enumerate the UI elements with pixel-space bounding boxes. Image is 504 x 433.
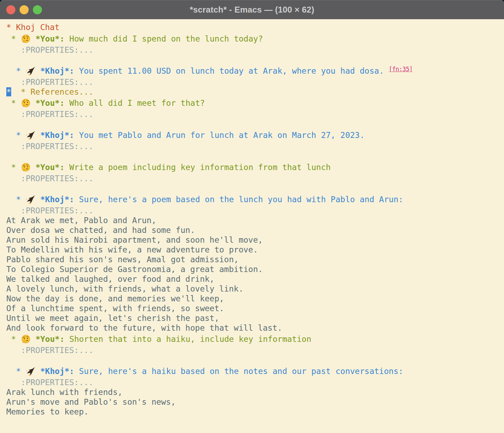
text-segment bbox=[11, 87, 21, 96]
text-segment bbox=[6, 367, 16, 376]
properties-drawer[interactable]: :PROPERTIES:... bbox=[6, 77, 504, 87]
text-segment: *You*: bbox=[35, 34, 64, 43]
poem-line: At Arak we met, Pablo and Arun, bbox=[6, 215, 504, 225]
properties-drawer[interactable]: :PROPERTIES:... bbox=[6, 45, 504, 55]
references-heading[interactable]: * * References... bbox=[6, 87, 504, 97]
text-segment bbox=[35, 66, 40, 75]
text-segment: Arun's move and Pablo's son's news, bbox=[6, 397, 176, 406]
properties-drawer[interactable]: :PROPERTIES:... bbox=[6, 345, 504, 355]
text-segment bbox=[31, 34, 36, 43]
buffer-heading-khoj-chat[interactable]: * Khoj Chat bbox=[6, 22, 504, 32]
text-segment bbox=[6, 34, 11, 43]
titlebar[interactable]: *scratch* - Emacs — (100 × 62) bbox=[0, 0, 504, 19]
eagle-icon bbox=[26, 131, 35, 140]
text-segment: :PROPERTIES:... bbox=[6, 206, 93, 215]
text-segment: Who all did I meet for that? bbox=[65, 98, 205, 108]
text-segment: You met Pablo and Arun for lunch at Arak… bbox=[74, 131, 365, 140]
text-segment bbox=[6, 195, 16, 204]
text-segment bbox=[31, 98, 36, 108]
text-segment bbox=[6, 335, 11, 344]
text-segment: * bbox=[11, 163, 21, 172]
text-segment: Sure, here's a haiku based on the notes … bbox=[74, 367, 403, 376]
properties-drawer[interactable]: :PROPERTIES:... bbox=[6, 141, 504, 151]
text-segment: * bbox=[11, 335, 21, 344]
blank-line bbox=[6, 355, 504, 365]
blank-line bbox=[6, 55, 504, 65]
text-segment: Sure, here's a poem based on the lunch y… bbox=[74, 195, 403, 204]
text-segment: To Colegio Superior de Gastronomia, a gr… bbox=[6, 265, 263, 274]
text-segment bbox=[6, 98, 11, 108]
properties-drawer[interactable]: :PROPERTIES:... bbox=[6, 206, 504, 215]
traffic-lights bbox=[6, 5, 42, 14]
poem-line: Pablo shared his son's news, Amal got ad… bbox=[6, 255, 504, 264]
text-segment: How much did I spend on the lunch today? bbox=[65, 34, 263, 43]
properties-drawer[interactable]: :PROPERTIES:... bbox=[6, 109, 504, 119]
text-segment bbox=[35, 195, 40, 204]
text-segment: * bbox=[11, 98, 21, 108]
chat-heading-khoj[interactable]: * *Khoj*: Sure, here's a poem based on t… bbox=[6, 193, 504, 206]
text-cursor: * bbox=[6, 87, 11, 96]
text-segment: To Medellin with his wife, a new adventu… bbox=[6, 245, 258, 254]
poem-line: Now the day is done, and memories we'll … bbox=[6, 294, 504, 303]
properties-drawer[interactable]: :PROPERTIES:... bbox=[6, 377, 504, 387]
text-segment bbox=[35, 367, 40, 376]
text-segment: *You*: bbox=[35, 98, 64, 108]
poem-line: We talked and laughed, over food and dri… bbox=[6, 274, 504, 284]
text-segment: You spent 11.00 USD on lunch today at Ar… bbox=[74, 66, 389, 75]
window-title: *scratch* - Emacs — (100 × 62) bbox=[190, 5, 314, 15]
chat-heading-you[interactable]: * *You*: Who all did I meet for that? bbox=[6, 97, 504, 109]
text-segment: :PROPERTIES:... bbox=[6, 110, 93, 119]
chat-heading-you[interactable]: * *You*: Write a poem including key info… bbox=[6, 161, 504, 174]
haiku-line: Memories to keep. bbox=[6, 407, 504, 417]
properties-drawer[interactable]: :PROPERTIES:... bbox=[6, 174, 504, 183]
text-segment: And look forward to the future, with hop… bbox=[6, 323, 282, 332]
chat-heading-khoj[interactable]: * *Khoj*: You spent 11.00 USD on lunch t… bbox=[6, 65, 504, 77]
text-segment: Now the day is done, and memories we'll … bbox=[6, 294, 224, 303]
text-segment bbox=[6, 66, 16, 75]
text-segment: :PROPERTIES:... bbox=[6, 346, 93, 355]
thinking-emoji-icon bbox=[21, 98, 31, 108]
thinking-emoji-icon bbox=[21, 163, 31, 172]
eagle-icon bbox=[26, 195, 35, 204]
text-segment: * bbox=[16, 66, 26, 75]
poem-line: Of a lunchtime spent, with friends, so s… bbox=[6, 303, 504, 313]
emacs-buffer[interactable]: * Khoj Chat * *You*: How much did I spen… bbox=[0, 19, 504, 433]
text-segment bbox=[31, 163, 36, 172]
poem-line: Arun sold his Nairobi apartment, and soo… bbox=[6, 235, 504, 245]
thinking-emoji-icon bbox=[21, 34, 31, 43]
chat-heading-you[interactable]: * *You*: Shorten that into a haiku, incl… bbox=[6, 333, 504, 345]
eagle-icon bbox=[26, 367, 35, 376]
poem-line: Over dosa we chatted, and had some fun. bbox=[6, 225, 504, 235]
text-segment: * bbox=[11, 34, 21, 43]
text-segment: At Arak we met, Pablo and Arun, bbox=[6, 216, 156, 225]
text-segment: * bbox=[16, 131, 26, 140]
text-segment: Memories to keep. bbox=[6, 407, 88, 416]
text-segment: :PROPERTIES:... bbox=[6, 378, 93, 387]
text-segment: Of a lunchtime spent, with friends, so s… bbox=[6, 304, 224, 313]
text-segment bbox=[6, 131, 16, 140]
footnote-link[interactable]: [fn:35] bbox=[389, 66, 412, 73]
text-segment: Write a poem including key information f… bbox=[65, 163, 331, 172]
text-segment: Over dosa we chatted, and had some fun. bbox=[6, 226, 195, 235]
text-segment: *You*: bbox=[35, 163, 64, 172]
chat-heading-khoj[interactable]: * *Khoj*: Sure, here's a haiku based on … bbox=[6, 365, 504, 377]
haiku-line: Arak lunch with friends, bbox=[6, 387, 504, 397]
text-segment: * bbox=[16, 195, 26, 204]
text-segment bbox=[31, 335, 36, 344]
chat-heading-you[interactable]: * *You*: How much did I spend on the lun… bbox=[6, 32, 504, 45]
zoom-button[interactable] bbox=[33, 5, 42, 14]
poem-line: And look forward to the future, with hop… bbox=[6, 323, 504, 333]
blank-line bbox=[6, 119, 504, 129]
text-segment: *Khoj*: bbox=[40, 131, 74, 140]
text-segment: Pablo shared his son's news, Amal got ad… bbox=[6, 255, 239, 264]
text-segment: * Khoj Chat bbox=[6, 23, 59, 32]
chat-heading-khoj[interactable]: * *Khoj*: You met Pablo and Arun for lun… bbox=[6, 129, 504, 141]
text-segment: :PROPERTIES:... bbox=[6, 174, 93, 183]
blank-line bbox=[6, 183, 504, 193]
text-segment: Until we meet again, let's cherish the p… bbox=[6, 314, 219, 323]
text-segment: * References... bbox=[21, 87, 94, 96]
close-button[interactable] bbox=[6, 5, 15, 14]
poem-line: A lovely lunch, with friends, what a lov… bbox=[6, 284, 504, 294]
text-segment: * bbox=[16, 367, 26, 376]
minimize-button[interactable] bbox=[20, 5, 29, 14]
